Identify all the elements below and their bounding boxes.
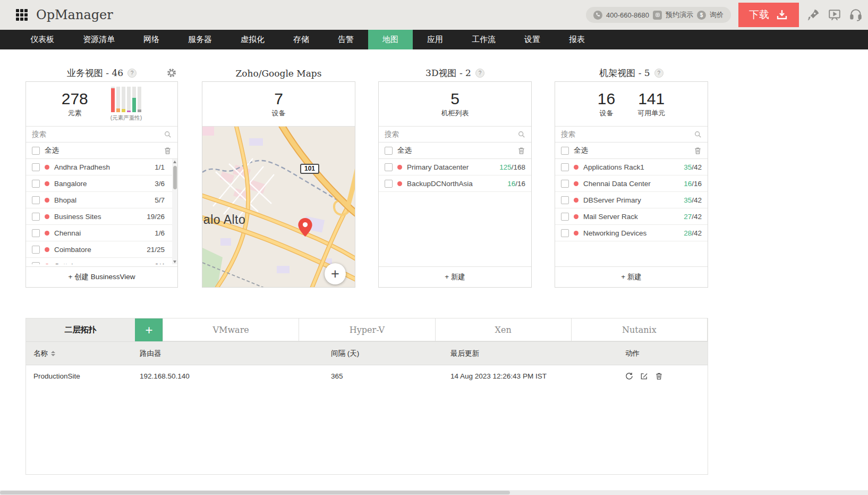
page-horizontal-scrollbar[interactable] [0, 490, 868, 495]
list-item[interactable]: Cuttak 3/4 [26, 258, 177, 264]
help-icon[interactable]: ? [654, 69, 663, 78]
item-checkbox[interactable] [561, 196, 569, 204]
item-checkbox[interactable] [561, 180, 569, 188]
map-canvas[interactable]: 101 Palo Alto + [202, 127, 355, 287]
list-scrollbar[interactable] [172, 159, 177, 264]
book-demo-link[interactable]: 预约演示 [666, 10, 693, 20]
rack-views-panel: 机架视图 - 5 ? 16 设备 141 可用单元 全选 [555, 65, 708, 288]
gear-icon[interactable] [166, 68, 177, 80]
scroll-down-icon[interactable] [172, 259, 177, 264]
status-dot [45, 247, 49, 252]
select-all-checkbox[interactable] [385, 147, 393, 155]
business-views-panel: 业务视图 - 46 ? 278 元素 (元素严重性) 全选 [25, 65, 178, 288]
list-item[interactable]: Networking Devices 28/42 [555, 225, 708, 241]
available-units-label: 可用单元 [637, 108, 665, 118]
nav-network[interactable]: 网络 [129, 30, 174, 49]
rescan-icon[interactable] [625, 372, 633, 380]
item-checkbox[interactable] [32, 196, 40, 204]
delete-icon[interactable] [655, 372, 663, 380]
phone-number[interactable]: 400-660-8680 [606, 11, 649, 19]
column-interval: 间隔 (天) [329, 349, 448, 358]
item-checkbox[interactable] [561, 229, 569, 237]
nav-dashboard[interactable]: 仪表板 [16, 30, 69, 49]
device-label: 设备 [272, 108, 286, 118]
nav-reports[interactable]: 报表 [555, 30, 599, 49]
new-3d-view-button[interactable]: + 新建 [379, 266, 531, 287]
map-zoom-in-button[interactable]: + [325, 263, 346, 284]
item-checkbox[interactable] [32, 163, 40, 171]
item-checkbox[interactable] [385, 180, 393, 188]
list-item[interactable]: Mail Server Rack 27/42 [555, 208, 708, 225]
list-item[interactable]: Chennai Data Center 16/16 [555, 175, 708, 192]
nav-maps[interactable]: 地图 [368, 30, 413, 49]
item-checkbox[interactable] [32, 262, 40, 265]
list-item[interactable]: Bhopal 5/7 [26, 192, 177, 208]
list-item[interactable]: Chennai 1/6 [26, 225, 177, 241]
item-checkbox[interactable] [32, 246, 40, 254]
scroll-up-icon[interactable] [172, 159, 177, 164]
severity-caption: (元素严重性) [110, 114, 142, 122]
delete-trash-icon[interactable] [517, 147, 525, 155]
scrollbar-thumb[interactable] [0, 491, 510, 494]
item-checkbox[interactable] [385, 163, 393, 171]
support-headset-icon[interactable] [849, 8, 863, 22]
nav-apps[interactable]: 应用 [413, 30, 457, 49]
app-launcher-icon[interactable] [16, 9, 28, 21]
tab-hyperv[interactable]: Hyper-V [299, 318, 435, 341]
item-checkbox[interactable] [32, 229, 40, 237]
item-checkbox[interactable] [32, 180, 40, 188]
business-search-input[interactable] [32, 130, 164, 138]
list-item[interactable]: Business Sites 19/26 [26, 208, 177, 225]
item-checkbox[interactable] [32, 213, 40, 221]
list-item[interactable]: Bangalore 3/6 [26, 175, 177, 192]
training-video-icon[interactable] [828, 8, 841, 22]
nav-virtualization[interactable]: 虚拟化 [226, 30, 279, 49]
list-item[interactable]: BackupDCNorthAsia 16/16 [379, 175, 531, 192]
rack-list-label: 机柜列表 [441, 108, 469, 118]
sort-icon[interactable] [51, 351, 55, 356]
tab-layer2-topology[interactable]: 二层拓扑 [26, 318, 135, 341]
rack-search-input[interactable] [561, 130, 694, 138]
tab-nutanix[interactable]: Nutanix [571, 318, 708, 341]
list-item[interactable]: Applications Rack1 35/42 [555, 159, 708, 175]
highway-101-shield: 101 [300, 164, 319, 174]
topology-name[interactable]: ProductionSite [33, 372, 80, 380]
tab-xen[interactable]: Xen [435, 318, 572, 341]
nav-settings[interactable]: 设置 [510, 30, 555, 49]
list-item[interactable]: DBServer Primary 35/42 [555, 192, 708, 208]
nav-workflow[interactable]: 工作流 [457, 30, 510, 49]
column-name[interactable]: 名称 [26, 349, 138, 358]
3d-search-input[interactable] [385, 130, 518, 138]
help-icon[interactable]: ? [127, 69, 137, 78]
help-icon[interactable]: ? [475, 69, 484, 78]
nav-storage[interactable]: 存储 [279, 30, 324, 49]
delete-trash-icon[interactable] [164, 147, 172, 155]
select-all-checkbox[interactable] [561, 147, 569, 155]
tab-vmware[interactable]: VMware [163, 318, 299, 341]
getting-started-rocket-icon[interactable] [806, 8, 820, 22]
status-dot [574, 214, 578, 219]
device-map-pin[interactable] [298, 218, 312, 237]
element-label: 元素 [62, 108, 88, 118]
create-businessview-button[interactable]: + 创建 BusinessView [26, 266, 177, 287]
nav-inventory[interactable]: 资源清单 [69, 30, 129, 49]
item-checkbox[interactable] [561, 163, 569, 171]
table-header: 名称 路由器 间隔 (天) 最后更新 动作 [26, 341, 708, 365]
get-quote-link[interactable]: 询价 [710, 10, 724, 20]
nav-server[interactable]: 服务器 [174, 30, 226, 49]
list-item[interactable]: Andhra Pradhesh 1/1 [26, 159, 177, 175]
item-checkbox[interactable] [561, 213, 569, 221]
scrollbar-thumb[interactable] [173, 166, 177, 189]
add-topology-button[interactable]: + [135, 318, 163, 341]
nav-alarms[interactable]: 告警 [324, 30, 368, 49]
select-all-checkbox[interactable] [32, 147, 40, 155]
delete-trash-icon[interactable] [694, 147, 702, 155]
edit-icon[interactable] [640, 372, 648, 380]
download-button[interactable]: 下载 [738, 3, 799, 27]
status-dot [574, 231, 578, 236]
status-dot [45, 165, 49, 170]
top-header: OpManager 400-660-8680 预约演示 $ 询价 下载 [0, 0, 868, 30]
new-rack-view-button[interactable]: + 新建 [555, 266, 708, 287]
list-item[interactable]: Primary Datacenter 125/168 [379, 159, 531, 175]
list-item[interactable]: Coimbatore 21/25 [26, 241, 177, 258]
